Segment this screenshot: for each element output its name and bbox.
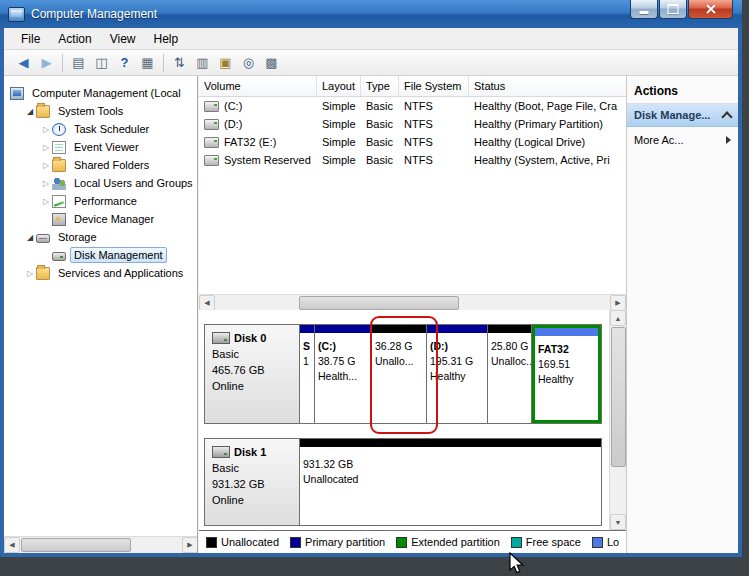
expand-icon[interactable] bbox=[40, 125, 52, 134]
back-icon[interactable]: ◀ bbox=[12, 52, 35, 74]
partition-color-strip bbox=[535, 328, 598, 336]
partition-fat32-logical[interactable]: FAT32 169.51 Healthy bbox=[532, 325, 601, 423]
tree-item-label: Local Users and Groups bbox=[70, 175, 197, 191]
partition-status: Healthy bbox=[430, 369, 484, 384]
expand-icon[interactable] bbox=[40, 143, 52, 152]
volume-row-c[interactable]: (C:) Simple Basic NTFS Healthy (Boot, Pa… bbox=[199, 97, 626, 115]
scroll-left-icon[interactable]: ◀ bbox=[199, 295, 215, 311]
tree-item-device-manager[interactable]: Device Manager bbox=[4, 210, 197, 228]
open-folder-icon[interactable]: ▣ bbox=[214, 52, 237, 74]
volume-icon bbox=[204, 137, 219, 148]
tree-item-services-and-applications[interactable]: Services and Applications bbox=[4, 264, 197, 282]
scroll-up-icon[interactable]: ▲ bbox=[610, 310, 626, 326]
expand-icon[interactable] bbox=[40, 179, 52, 188]
column-header-volume[interactable]: Volume bbox=[199, 76, 317, 96]
scroll-right-icon[interactable]: ▶ bbox=[610, 295, 626, 311]
partition-unallocated-931[interactable]: 931.32 GB Unallocated bbox=[300, 439, 601, 525]
partition-color-strip bbox=[300, 325, 314, 333]
close-button[interactable] bbox=[688, 0, 733, 19]
title-bar[interactable]: Computer Management bbox=[0, 0, 742, 28]
maximize-button[interactable] bbox=[659, 0, 687, 19]
volume-row-d[interactable]: (D:) Simple Basic NTFS Healthy (Primary … bbox=[199, 115, 626, 133]
tree-item-local-users-and-groups[interactable]: Local Users and Groups bbox=[4, 174, 197, 192]
tree-item-shared-folders[interactable]: Shared Folders bbox=[4, 156, 197, 174]
partition-size: 195.31 G bbox=[430, 354, 484, 369]
desktop: Computer Management File Action View Hel… bbox=[0, 0, 749, 576]
volume-list-horizontal-scrollbar[interactable]: ◀ ▶ bbox=[199, 294, 626, 311]
minimize-button[interactable] bbox=[630, 0, 658, 19]
actions-disk-management-header[interactable]: Disk Manage... bbox=[627, 104, 738, 127]
tree-item-label: Shared Folders bbox=[70, 157, 153, 173]
forward-icon[interactable]: ▶ bbox=[35, 52, 58, 74]
expand-icon[interactable] bbox=[24, 269, 36, 278]
column-header-type[interactable]: Type bbox=[361, 76, 399, 96]
tree-item-event-viewer[interactable]: Event Viewer bbox=[4, 138, 197, 156]
window-content: File Action View Help ◀ ▶ ▤ ◫ ? ▦ ⇅ ▥ ▣ … bbox=[4, 28, 738, 553]
volume-icon bbox=[204, 155, 219, 166]
actions-more-actions[interactable]: More Ac... bbox=[627, 127, 738, 153]
volume-row-system-reserved[interactable]: System Reserved Simple Basic NTFS Health… bbox=[199, 151, 626, 169]
tree-item-system-tools[interactable]: System Tools bbox=[4, 102, 197, 120]
legend-swatch bbox=[290, 537, 301, 548]
performance-icon bbox=[52, 195, 66, 208]
menu-help[interactable]: Help bbox=[145, 30, 188, 48]
column-header-layout[interactable]: Layout bbox=[317, 76, 361, 96]
users-icon bbox=[52, 177, 66, 190]
expand-icon[interactable] bbox=[40, 197, 52, 206]
tree-item-storage[interactable]: Storage bbox=[4, 228, 197, 246]
menu-file[interactable]: File bbox=[12, 30, 49, 48]
minimize-icon bbox=[640, 11, 649, 14]
hard-disk-icon bbox=[212, 446, 230, 458]
collapse-icon[interactable] bbox=[24, 107, 36, 116]
refresh-icon[interactable]: ⇅ bbox=[168, 52, 191, 74]
scroll-right-icon[interactable]: ▶ bbox=[182, 537, 198, 553]
two-panes-icon[interactable]: ◫ bbox=[90, 52, 113, 74]
partition-unallocated-25[interactable]: 25.80 G Unalloc... bbox=[488, 325, 532, 423]
column-header-file-system[interactable]: File System bbox=[399, 76, 469, 96]
column-header-status[interactable]: Status bbox=[469, 76, 626, 96]
more-actions-label: More Ac... bbox=[634, 134, 684, 146]
volume-layout: Simple bbox=[317, 136, 361, 148]
scroll-down-icon[interactable]: ▼ bbox=[610, 514, 626, 530]
tree-horizontal-scrollbar[interactable]: ◀ ▶ bbox=[4, 536, 198, 553]
legend-item-unallocated: Unallocated bbox=[206, 536, 279, 548]
scrollbar-thumb[interactable] bbox=[611, 327, 626, 467]
partition-unallocated-36[interactable]: 36.28 G Unallo... bbox=[372, 325, 427, 423]
scroll-left-icon[interactable]: ◀ bbox=[4, 537, 20, 553]
scrollbar-thumb[interactable] bbox=[21, 538, 131, 552]
export-list-icon[interactable]: ▦ bbox=[136, 52, 159, 74]
volume-row-fat32-e[interactable]: FAT32 (E:) Simple Basic NTFS Healthy (Lo… bbox=[199, 133, 626, 151]
folder-icon bbox=[36, 105, 50, 118]
services-icon bbox=[36, 267, 50, 280]
maximize-icon bbox=[668, 4, 679, 14]
help-icon[interactable]: ? bbox=[113, 52, 136, 74]
scrollbar-thumb[interactable] bbox=[299, 296, 459, 310]
partition-d[interactable]: (D:) 195.31 G Healthy bbox=[427, 325, 488, 423]
disk-1-row: Disk 1 Basic 931.32 GB Online 931.32 GB … bbox=[204, 438, 602, 526]
menu-view[interactable]: View bbox=[101, 30, 145, 48]
search-icon[interactable]: ◎ bbox=[237, 52, 260, 74]
expand-icon[interactable] bbox=[40, 161, 52, 170]
disk-view-icon[interactable]: ▥ bbox=[191, 52, 214, 74]
menu-action[interactable]: Action bbox=[49, 30, 100, 48]
chevron-up-icon[interactable] bbox=[721, 111, 732, 122]
disk-size: 465.76 GB bbox=[212, 362, 292, 378]
tree-item-label: Event Viewer bbox=[70, 139, 143, 155]
partition-c[interactable]: (C:) 38.75 G Health... bbox=[315, 325, 372, 423]
volume-type: Basic bbox=[361, 136, 399, 148]
tree-item-computer-management[interactable]: Computer Management (Local bbox=[4, 84, 197, 102]
tree-item-performance[interactable]: Performance bbox=[4, 192, 197, 210]
computer-management-window: Computer Management File Action View Hel… bbox=[0, 0, 742, 557]
volume-layout: Simple bbox=[317, 118, 361, 130]
show-hide-tree-icon[interactable]: ▤ bbox=[67, 52, 90, 74]
graphical-vertical-scrollbar[interactable]: ▲ ▼ bbox=[609, 310, 626, 530]
disk-0-label[interactable]: Disk 0 Basic 465.76 GB Online bbox=[205, 325, 300, 423]
partition-system-reserved[interactable]: S 1 bbox=[300, 325, 315, 423]
partition-color-strip bbox=[488, 325, 531, 333]
tree-item-disk-management[interactable]: Disk Management bbox=[4, 246, 197, 264]
tree-item-task-scheduler[interactable]: Task Scheduler bbox=[4, 120, 197, 138]
settings-icon[interactable]: ▩ bbox=[260, 52, 283, 74]
collapse-icon[interactable] bbox=[24, 233, 36, 242]
volume-icon bbox=[204, 101, 219, 112]
disk-1-label[interactable]: Disk 1 Basic 931.32 GB Online bbox=[205, 439, 300, 525]
